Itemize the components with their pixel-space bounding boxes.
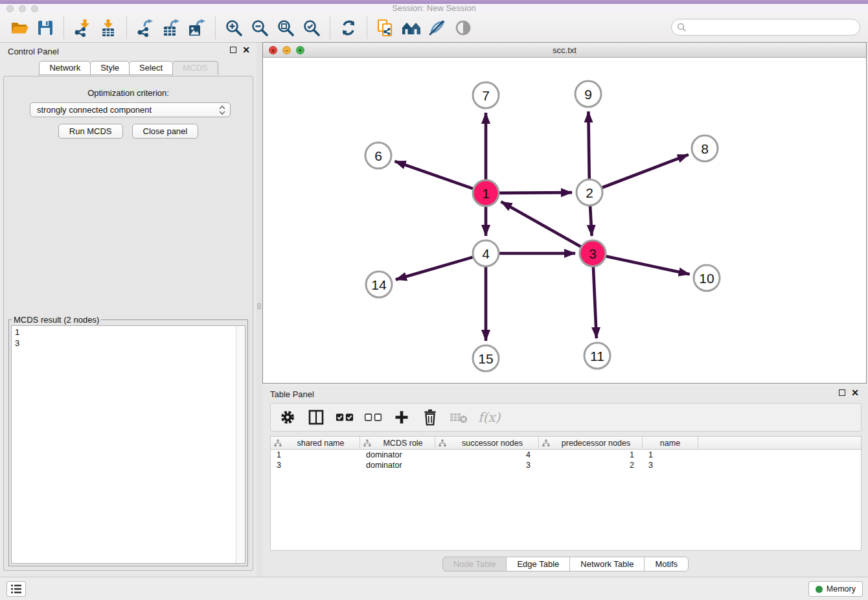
zoom-selected-icon[interactable] [300,16,323,40]
svg-text:15: 15 [478,351,493,366]
column-header-MCDS-role[interactable]: MCDS role [360,437,435,449]
svg-text:6: 6 [374,148,382,163]
apply-layout-icon[interactable] [337,16,360,40]
svg-text:7: 7 [482,88,490,103]
graph-edge-3-1[interactable] [501,202,581,246]
divider-grip[interactable] [257,303,261,309]
save-session-icon[interactable] [34,16,57,40]
tab-mcds[interactable]: MCDS [172,61,218,75]
function-builder-icon: f(x) [478,410,500,425]
table-cell: 3 [435,460,539,470]
graph-node-4[interactable]: 4 [473,240,499,266]
column-header-successor-nodes[interactable]: successor nodes [435,437,539,449]
tab-style[interactable]: Style [90,61,130,75]
svg-text:14: 14 [371,277,387,292]
graph-edge-4-14[interactable] [396,257,473,280]
graph-node-14[interactable]: 14 [366,271,392,297]
table-options-icon[interactable] [279,408,297,426]
memory-label: Memory [827,584,856,594]
toolbar-separator [126,17,127,39]
graph-node-8[interactable]: 8 [692,135,718,161]
select-stepper-icon [218,105,226,115]
add-column-icon[interactable] [393,408,411,426]
column-header-name[interactable]: name [643,437,698,449]
show-hide-details-icon[interactable] [451,16,475,40]
delete-column-icon[interactable] [421,408,439,426]
table-cell: 3 [271,460,360,470]
column-visibility-icon[interactable] [307,408,325,426]
optimization-criterion-select[interactable]: strongly connected component [30,102,231,117]
table-row[interactable]: 3dominator323 [271,460,861,470]
column-header-predecessor-nodes[interactable]: predecessor nodes [539,437,643,449]
tab-edge-table[interactable]: Edge Table [506,557,570,571]
tab-node-table[interactable]: Node Table [442,557,507,571]
delete-table-icon[interactable] [450,408,468,426]
graph-node-7[interactable]: 7 [473,82,499,108]
network-canvas[interactable]: 1234678910111415 [263,58,866,383]
graph-node-15[interactable]: 15 [473,345,499,371]
main-toolbar [0,13,868,43]
table-tabs: Node TableEdge TableNetwork TableMotifs [262,557,868,571]
style-editor-icon[interactable] [426,16,449,40]
deselect-all-icon[interactable] [364,408,382,426]
panel-split-divider[interactable] [257,43,262,577]
tab-motifs[interactable]: Motifs [644,557,689,571]
mcds-result-text: 1 3 [12,326,235,563]
close-table-panel-icon[interactable]: ✕ [851,389,859,396]
result-scrollbar[interactable] [236,326,245,563]
network-view-window: x – + scc.txt 1234678910111415 [262,42,867,384]
zoom-out-icon[interactable] [248,16,271,40]
graph-edge-2-8[interactable] [602,155,689,188]
tab-network-table[interactable]: Network Table [569,557,645,571]
graph-node-9[interactable]: 9 [575,81,601,107]
float-table-panel-icon[interactable] [839,389,845,396]
control-panel: Control Panel ✕ NetworkStyleSelectMCDS O… [0,43,257,577]
tab-network[interactable]: Network [39,61,91,75]
import-network-icon[interactable] [71,16,94,40]
graph-edge-1-2[interactable] [499,192,572,193]
select-value: strongly connected component [37,105,152,115]
graph-edge-1-6[interactable] [394,161,473,189]
memory-button[interactable]: Memory [808,581,863,597]
graph-node-2[interactable]: 2 [577,179,602,205]
close-panel-button[interactable]: Close panel [132,124,199,139]
svg-text:3: 3 [589,246,597,261]
tab-select[interactable]: Select [129,61,173,75]
graph-node-1[interactable]: 1 [473,180,499,206]
table-row[interactable]: 1dominator411 [271,450,861,460]
table-cell: 1 [539,450,643,460]
graph-node-10[interactable]: 10 [694,265,720,291]
run-mcds-button[interactable]: Run MCDS [58,124,123,139]
column-header-shared-name[interactable]: shared name [271,437,360,449]
mcds-tab-content: Optimization criterion: strongly connect… [3,76,253,571]
float-panel-icon[interactable] [230,47,236,53]
graph-edge-3-10[interactable] [606,256,690,274]
search-input[interactable] [671,19,860,36]
first-neighbors-icon[interactable] [400,16,423,40]
optimization-criterion-label: Optimization criterion: [4,88,253,98]
mcds-result-title: MCDS result (2 nodes) [12,315,101,325]
zoom-fit-icon[interactable] [274,16,297,40]
close-panel-icon[interactable]: ✕ [242,47,250,53]
graph-edge-2-9[interactable] [588,111,589,179]
graph-edge-3-11[interactable] [593,267,597,338]
export-image-icon[interactable] [185,16,209,40]
mcds-result-box: MCDS result (2 nodes) 1 3 [8,315,248,566]
graph-edge-2-3[interactable] [590,206,591,236]
graph-node-11[interactable]: 11 [584,343,610,369]
select-all-icon[interactable] [336,408,354,426]
graph-node-3[interactable]: 3 [580,240,606,266]
open-file-icon[interactable] [8,16,31,40]
zoom-in-icon[interactable] [222,16,246,40]
table-cell: 1 [271,450,360,460]
new-network-from-selection-icon[interactable] [374,16,397,40]
graph-node-6[interactable]: 6 [365,143,391,168]
task-history-button[interactable] [6,581,26,597]
export-network-icon[interactable] [133,16,157,40]
network-window-titlebar[interactable]: x – + scc.txt [263,43,866,58]
toolbar-separator [63,17,64,39]
import-table-icon[interactable] [97,16,120,40]
table-body: 1dominator4113dominator323 [271,450,861,470]
export-table-icon[interactable] [159,16,183,40]
memory-status-icon [816,586,823,593]
